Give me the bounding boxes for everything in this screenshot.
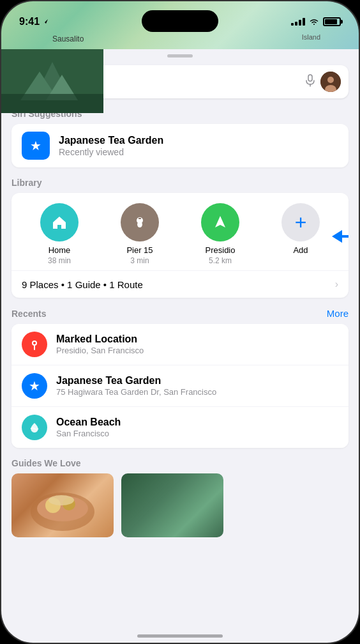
presidio-label: Presidio xyxy=(206,245,236,255)
presidio-sublabel: 5.2 km xyxy=(209,256,232,265)
mic-icon[interactable] xyxy=(305,74,315,89)
svg-rect-2 xyxy=(308,75,312,81)
library-item-presidio[interactable]: Presidio 5.2 km xyxy=(180,203,260,265)
suggestion-text: Japanese Tea Garden Recently viewed xyxy=(59,135,163,157)
arrow-shaft xyxy=(342,235,349,238)
guides-header: Guides We Love xyxy=(1,448,359,473)
recent-item-ocean-beach[interactable]: Ocean Beach San Francisco xyxy=(11,407,349,448)
recent-item-tea-garden[interactable]: ★ Japanese Tea Garden 75 Hagiwara Tea Ga… xyxy=(11,365,349,407)
svg-point-16 xyxy=(49,495,74,505)
siri-suggestion-item[interactable]: ★ Japanese Tea Garden Recently viewed xyxy=(11,124,349,167)
recents-section-header: Recents More xyxy=(1,298,359,324)
suggestion-subtitle: Recently viewed xyxy=(59,147,163,157)
library-header: Library xyxy=(1,167,359,193)
blue-arrow-indicator xyxy=(332,230,349,243)
map-location-label: Sausalito xyxy=(52,34,84,43)
wifi-icon xyxy=(309,18,319,26)
guides-images xyxy=(1,473,359,537)
chevron-right-icon: › xyxy=(335,279,338,290)
svg-point-5 xyxy=(327,77,334,83)
pier15-icon xyxy=(121,203,159,241)
location-arrow-icon xyxy=(41,18,49,26)
library-items: Home 38 min Pier 15 3 min xyxy=(11,193,349,270)
library-stats-row[interactable]: 9 Places • 1 Guide • 1 Route › xyxy=(11,270,349,298)
suggestion-title: Japanese Tea Garden xyxy=(59,135,163,146)
home-icon xyxy=(40,203,79,241)
ocean-beach-title: Ocean Beach xyxy=(56,417,121,428)
pull-indicator xyxy=(167,54,193,57)
tea-garden-icon: ★ xyxy=(22,373,47,399)
signal-bars-icon xyxy=(291,18,305,26)
marked-location-subtitle: Presidio, San Francisco xyxy=(56,346,144,355)
pier15-label: Pier 15 xyxy=(126,245,153,255)
siri-suggestions-card: ★ Japanese Tea Garden Recently viewed xyxy=(11,124,349,167)
ocean-beach-subtitle: San Francisco xyxy=(56,429,121,438)
library-item-pier15[interactable]: Pier 15 3 min xyxy=(100,203,180,265)
status-time: 9:41 xyxy=(19,16,49,27)
guide-image-nature[interactable] xyxy=(121,473,223,537)
marked-location-icon xyxy=(22,332,47,357)
battery-icon xyxy=(323,17,341,26)
recent-item-marked-location[interactable]: Marked Location Presidio, San Francisco xyxy=(11,324,349,365)
library-item-home[interactable]: Home 38 min xyxy=(19,203,100,265)
arrow-head xyxy=(332,230,342,243)
tea-garden-text: Japanese Tea Garden 75 Hagiwara Tea Gard… xyxy=(56,375,216,397)
tea-garden-title: Japanese Tea Garden xyxy=(56,375,216,387)
avatar[interactable] xyxy=(320,72,341,92)
svg-rect-8 xyxy=(139,218,141,219)
home-indicator xyxy=(137,634,223,638)
pier15-sublabel: 3 min xyxy=(130,256,149,265)
home-label: Home xyxy=(49,245,71,255)
suggestion-icon: ★ xyxy=(22,132,50,160)
svg-point-11 xyxy=(33,342,36,344)
add-sublabel xyxy=(299,256,301,265)
home-sublabel: 38 min xyxy=(48,256,71,265)
add-label: Add xyxy=(293,245,308,255)
guide-image-food[interactable] xyxy=(11,473,114,537)
library-card: Home 38 min Pier 15 3 min xyxy=(11,193,349,298)
add-icon: + xyxy=(281,203,320,241)
recents-more-button[interactable]: More xyxy=(327,308,349,319)
library-item-add[interactable]: + Add xyxy=(260,203,341,265)
phone-frame: Sausalito Island 9:41 xyxy=(0,0,360,644)
status-icons xyxy=(291,17,341,26)
library-stats-text: 9 Places • 1 Guide • 1 Route xyxy=(22,279,143,290)
marked-location-title: Marked Location xyxy=(56,334,144,345)
recents-title: Recents xyxy=(11,309,46,319)
dynamic-island xyxy=(142,10,218,32)
ocean-beach-icon xyxy=(22,415,47,440)
marked-location-text: Marked Location Presidio, San Francisco xyxy=(56,334,144,355)
recents-card: Marked Location Presidio, San Francisco … xyxy=(11,324,349,448)
content-area: Search Maps Siri Suggestions xyxy=(1,49,359,643)
presidio-icon xyxy=(201,203,239,241)
tea-garden-subtitle: 75 Hagiwara Tea Garden Dr, San Francisco xyxy=(56,387,216,397)
svg-marker-9 xyxy=(215,216,225,227)
ocean-beach-text: Ocean Beach San Francisco xyxy=(56,417,121,438)
